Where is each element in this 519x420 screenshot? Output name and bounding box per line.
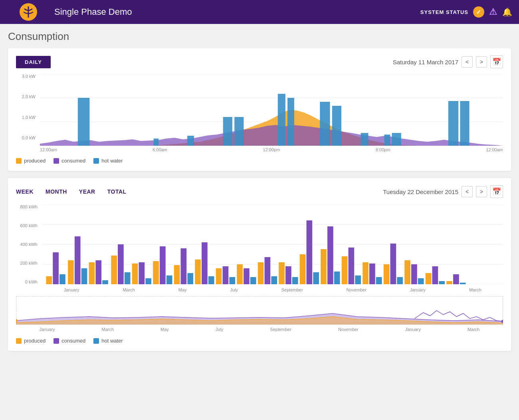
svg-rect-66 [342,256,348,284]
svg-rect-8 [223,117,232,146]
svg-rect-37 [139,262,145,284]
svg-rect-42 [174,265,180,284]
svg-rect-68 [355,275,361,284]
svg-rect-35 [125,272,131,284]
svg-rect-16 [392,133,401,146]
svg-rect-43 [181,248,187,284]
svg-rect-83 [460,283,466,284]
period-date-nav: Tuesday 22 December 2015 < > 📅 [383,185,503,198]
svg-rect-31 [95,260,101,284]
period-hot-water-label: hot water [101,338,123,344]
consumed-label: consumed [61,158,85,164]
svg-rect-78 [426,273,432,284]
tab-week[interactable]: WEEK [16,187,34,196]
svg-rect-62 [313,272,319,284]
svg-rect-45 [195,260,201,284]
system-status-label: SYSTEM STATUS [420,9,468,15]
status-bell-icon: 🔔 [502,7,513,17]
svg-rect-52 [244,268,250,284]
period-legend-produced: produced [16,338,46,344]
period-calendar-button[interactable]: 📅 [490,185,503,198]
mini-chart-wrap: January March May July September Novembe… [16,296,503,332]
hot-water-label: hot water [101,158,123,164]
svg-rect-51 [237,264,243,284]
period-legend: produced consumed hot water [16,338,503,344]
svg-rect-65 [334,271,340,284]
svg-rect-12 [320,102,330,146]
daily-date-label: Saturday 11 March 2017 [393,59,458,65]
svg-rect-28 [75,236,81,284]
svg-rect-50 [229,277,235,284]
svg-rect-13 [332,106,341,146]
svg-rect-55 [265,257,271,284]
svg-rect-10 [278,94,285,146]
svg-rect-59 [292,277,298,284]
daily-chart-svg [40,74,503,146]
svg-rect-58 [285,266,291,284]
svg-rect-24 [46,276,52,284]
svg-rect-70 [369,263,375,284]
svg-rect-54 [258,262,264,284]
status-check-icon: ✓ [473,6,484,18]
svg-rect-81 [446,281,452,284]
svg-rect-40 [160,246,166,284]
legend-consumed: consumed [53,158,85,164]
mini-chart-svg [16,297,503,325]
svg-rect-33 [111,256,117,284]
svg-rect-26 [59,274,65,284]
svg-rect-34 [118,244,124,284]
svg-rect-49 [223,266,229,284]
period-date-label: Tuesday 22 December 2015 [383,188,458,195]
period-produced-color [16,338,22,344]
svg-rect-41 [166,275,172,284]
svg-rect-39 [153,261,159,284]
svg-rect-82 [453,274,459,284]
tab-total[interactable]: TOTAL [107,187,127,196]
svg-rect-63 [321,249,327,284]
daily-next-button[interactable]: > [476,56,487,67]
svg-rect-27 [68,260,74,284]
svg-rect-73 [390,244,396,284]
produced-color [16,158,22,164]
bar-chart-inner [42,204,503,286]
daily-chart-card: DAILY Saturday 11 March 2017 < > 📅 3.0 k… [8,48,511,171]
daily-legend: produced consumed hot water [16,158,503,164]
consumed-color [53,158,59,164]
svg-rect-15 [384,135,390,146]
daily-prev-button[interactable]: < [462,56,473,67]
system-status-area: SYSTEM STATUS ✓ ⚠ 🔔 [420,6,513,18]
svg-rect-60 [300,254,306,284]
svg-rect-14 [361,133,368,146]
period-chart-card: WEEK MONTH YEAR TOTAL Tuesday 22 Decembe… [8,178,511,351]
bar-chart-svg [42,204,503,284]
svg-rect-25 [53,252,59,284]
legend-produced: produced [16,158,46,164]
svg-rect-18 [460,101,469,146]
svg-rect-6 [154,139,159,146]
svg-rect-17 [448,101,458,146]
logo-icon [20,3,37,21]
daily-button[interactable]: DAILY [16,56,51,68]
svg-rect-72 [384,264,390,284]
daily-calendar-button[interactable]: 📅 [490,55,503,68]
daily-chart-inner [40,74,503,146]
daily-chart-wrap: 3.0 kW 2.0 kW 1.0 kW 0.0 kW [16,74,503,152]
svg-rect-69 [363,262,368,284]
svg-rect-9 [234,117,244,146]
status-warn-icon: ⚠ [489,7,497,17]
svg-rect-56 [271,276,277,284]
period-prev-button[interactable]: < [462,186,473,197]
svg-rect-61 [307,220,313,284]
svg-rect-57 [279,262,285,284]
bar-y-axis: 800 kWh 600 kWh 400 kWh 200 kWh 0 kWh [16,204,40,284]
period-tabs: WEEK MONTH YEAR TOTAL [16,187,127,196]
svg-rect-47 [208,276,214,284]
tab-year[interactable]: YEAR [79,187,95,196]
period-next-button[interactable]: > [476,186,487,197]
mini-x-labels: January March May July September Novembe… [16,326,503,332]
tab-month[interactable]: MONTH [46,187,67,196]
svg-rect-36 [132,263,138,284]
svg-rect-46 [202,242,208,284]
legend-hot-water: hot water [93,158,123,164]
period-consumed-label: consumed [61,338,85,344]
